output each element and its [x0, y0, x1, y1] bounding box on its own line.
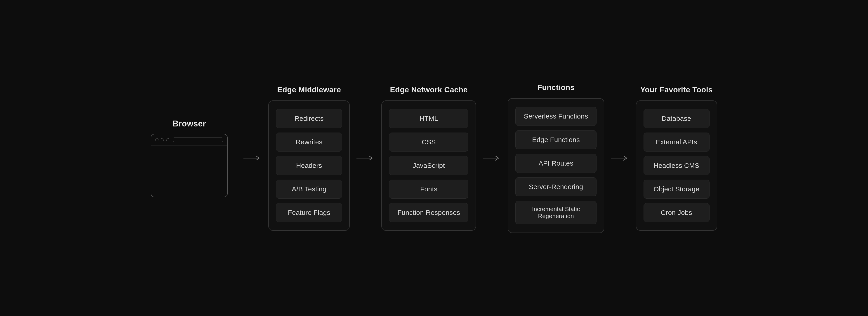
card-object-storage: Object Storage: [644, 180, 710, 199]
card-edge-functions: Edge Functions: [515, 130, 596, 149]
column-box-edge-network-cache: HTML CSS JavaScript Fonts Function Respo…: [381, 100, 476, 231]
card-css: CSS: [389, 133, 468, 151]
card-server-rendering: Server-Rendering: [515, 177, 596, 196]
card-html: HTML: [389, 109, 468, 128]
browser-content: [151, 145, 227, 197]
column-edge-network-cache: Edge Network Cache HTML CSS JavaScript F…: [381, 85, 476, 231]
card-external-apis: External APIs: [644, 133, 710, 151]
column-title-edge-network-cache: Edge Network Cache: [390, 85, 468, 94]
column-edge-middleware: Edge Middleware Redirects Rewrites Heade…: [268, 85, 350, 231]
column-box-functions: Serverless Functions Edge Functions API …: [508, 98, 604, 233]
card-redirects: Redirects: [276, 109, 342, 128]
card-rewrites: Rewrites: [276, 133, 342, 151]
card-fonts: Fonts: [389, 180, 468, 199]
column-title-favorite-tools: Your Favorite Tools: [640, 85, 713, 94]
browser-window: [151, 134, 228, 197]
browser-dot-1: [155, 138, 158, 141]
arrow-2: [356, 155, 375, 162]
browser-urlbar: [173, 138, 223, 142]
column-favorite-tools: Your Favorite Tools Database External AP…: [636, 85, 717, 231]
card-headers: Headers: [276, 156, 342, 175]
card-headless-cms: Headless CMS: [644, 156, 710, 175]
browser-dot-2: [161, 138, 164, 141]
arrow-3: [483, 155, 501, 162]
browser-label: Browser: [173, 119, 206, 128]
browser-dot-3: [166, 138, 169, 141]
card-database: Database: [644, 109, 710, 128]
card-feature-flags: Feature Flags: [276, 203, 342, 222]
column-title-functions: Functions: [537, 83, 575, 92]
column-title-edge-middleware: Edge Middleware: [277, 85, 341, 94]
arrow-1: [243, 155, 261, 162]
card-cron-jobs: Cron Jobs: [644, 203, 710, 222]
card-serverless-functions: Serverless Functions: [515, 107, 596, 126]
card-function-responses: Function Responses: [389, 203, 468, 222]
card-ab-testing: A/B Testing: [276, 180, 342, 199]
column-functions: Functions Serverless Functions Edge Func…: [508, 83, 604, 233]
card-api-routes: API Routes: [515, 154, 596, 173]
card-javascript: JavaScript: [389, 156, 468, 175]
card-isr: Incremental StaticRegeneration: [515, 201, 596, 224]
column-box-favorite-tools: Database External APIs Headless CMS Obje…: [636, 100, 717, 231]
browser-section: Browser: [151, 119, 228, 197]
arrow-4: [611, 155, 629, 162]
column-box-edge-middleware: Redirects Rewrites Headers A/B Testing F…: [268, 100, 350, 231]
browser-titlebar: [151, 134, 227, 145]
diagram-container: Browser Edge Middleware Redirects Rewrit…: [137, 69, 731, 247]
